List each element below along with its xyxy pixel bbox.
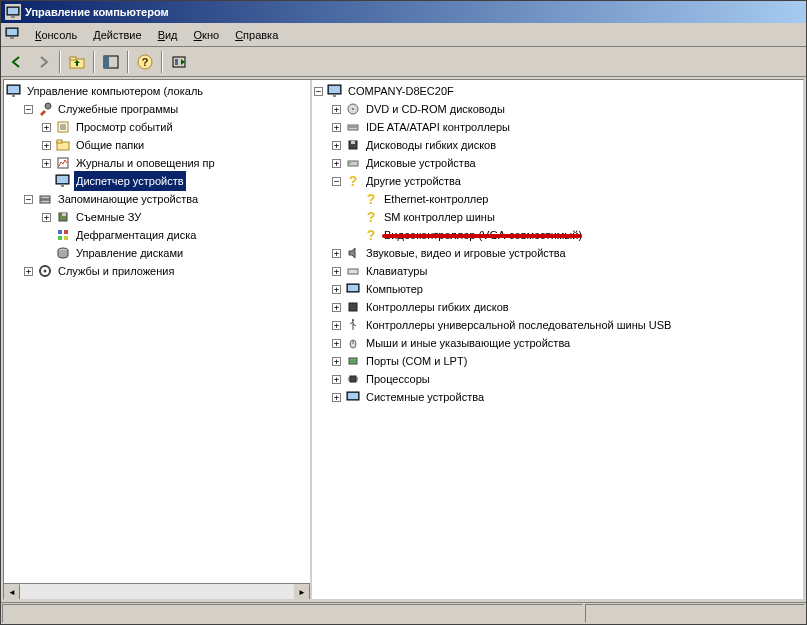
svg-point-31	[42, 201, 43, 202]
ports-label[interactable]: Порты (COM и LPT)	[364, 351, 469, 371]
expander-minus[interactable]: −	[24, 105, 33, 114]
svg-rect-33	[62, 213, 66, 216]
expander-plus[interactable]: +	[42, 159, 51, 168]
content-area: Управление компьютером (локаль − Служебн…	[3, 79, 804, 600]
menu-app-icon[interactable]	[5, 27, 21, 43]
event-viewer-label[interactable]: Просмотр событий	[74, 117, 175, 137]
keyboards-label[interactable]: Клавиатуры	[364, 261, 429, 281]
svg-point-68	[355, 361, 356, 362]
usb-ctrl-label[interactable]: Контроллеры универсальной последовательн…	[364, 315, 673, 335]
expander-minus[interactable]: −	[314, 87, 323, 96]
computer-cat-label[interactable]: Компьютер	[364, 279, 425, 299]
scroll-right-arrow[interactable]: ►	[294, 584, 310, 599]
sm-bus-label[interactable]: SM контроллер шины	[382, 207, 497, 227]
menu-view[interactable]: Вид	[150, 27, 186, 43]
expander-plus[interactable]: +	[332, 141, 341, 150]
expander-plus[interactable]: +	[332, 393, 341, 402]
defrag-label[interactable]: Дефрагментация диска	[74, 225, 198, 245]
scroll-track[interactable]	[20, 584, 294, 599]
expander-plus[interactable]: +	[332, 159, 341, 168]
expander-minus[interactable]: −	[332, 177, 341, 186]
expander-plus[interactable]: +	[332, 105, 341, 114]
services-apps-label[interactable]: Службы и приложения	[56, 261, 176, 281]
help-button[interactable]: ?	[133, 50, 157, 74]
expander-plus[interactable]: +	[332, 123, 341, 132]
expander-plus[interactable]: +	[42, 141, 51, 150]
floppy-ctrl-label[interactable]: Контроллеры гибких дисков	[364, 297, 511, 317]
expander-plus[interactable]: +	[332, 357, 341, 366]
computer-icon	[327, 83, 343, 99]
computer-root-label[interactable]: COMPANY-D8EC20F	[346, 81, 456, 101]
expander-plus[interactable]: +	[24, 267, 33, 276]
expander-plus[interactable]: +	[332, 249, 341, 258]
floppy-drives-label[interactable]: Дисководы гибких дисков	[364, 135, 498, 155]
scroll-left-arrow[interactable]: ◄	[4, 584, 20, 599]
sound-label[interactable]: Звуковые, видео и игровые устройства	[364, 243, 568, 263]
shared-folders-label[interactable]: Общие папки	[74, 135, 146, 155]
svg-rect-53	[351, 141, 355, 144]
properties-button[interactable]	[167, 50, 191, 74]
ports-icon	[345, 353, 361, 369]
shared-folders-icon	[55, 137, 71, 153]
disk-mgmt-label[interactable]: Управление дисками	[74, 243, 185, 263]
expander-plus[interactable]: +	[42, 213, 51, 222]
menu-action[interactable]: Действие	[85, 27, 149, 43]
left-tree: Управление компьютером (локаль − Служебн…	[4, 80, 310, 282]
statusbar	[1, 602, 806, 624]
svg-point-62	[352, 319, 354, 321]
svg-rect-16	[12, 95, 15, 97]
forward-button[interactable]	[31, 50, 55, 74]
back-button[interactable]	[5, 50, 29, 74]
svg-rect-26	[57, 176, 68, 183]
ide-label[interactable]: IDE ATA/ATAPI контроллеры	[364, 117, 512, 137]
expander-plus[interactable]: +	[332, 285, 341, 294]
app-icon	[5, 4, 21, 20]
svg-point-55	[349, 162, 351, 164]
expander-plus[interactable]: +	[332, 267, 341, 276]
expander-plus[interactable]: +	[332, 375, 341, 384]
toolbar: ?	[1, 47, 806, 77]
menu-window[interactable]: Окно	[186, 27, 228, 43]
storage-label[interactable]: Запоминающие устройства	[56, 189, 200, 209]
disk-drives-label[interactable]: Дисковые устройства	[364, 153, 478, 173]
menu-help[interactable]: Справка	[227, 27, 286, 43]
svg-rect-2	[11, 16, 15, 18]
svg-point-17	[45, 103, 51, 109]
menubar: Консоль Действие Вид Окно Справка	[1, 23, 806, 47]
system-devices-label[interactable]: Системные устройства	[364, 387, 486, 407]
svg-rect-13	[175, 59, 178, 65]
expander-none	[42, 249, 51, 258]
processors-label[interactable]: Процессоры	[364, 369, 432, 389]
svg-rect-1	[8, 8, 18, 14]
perf-logs-label[interactable]: Журналы и оповещения пр	[74, 153, 217, 173]
mice-label[interactable]: Мыши и иные указывающие устройства	[364, 333, 572, 353]
titlebar[interactable]: Управление компьютером	[1, 1, 806, 23]
expander-plus[interactable]: +	[332, 339, 341, 348]
svg-rect-5	[10, 37, 14, 39]
expander-plus[interactable]: +	[42, 123, 51, 132]
status-cell-2	[585, 604, 805, 623]
disk-drive-icon	[345, 155, 361, 171]
system-tools-label[interactable]: Служебные программы	[56, 99, 180, 119]
dvd-label[interactable]: DVD и CD-ROM дисководы	[364, 99, 507, 119]
up-button[interactable]	[65, 50, 89, 74]
cpu-icon	[345, 371, 361, 387]
expander-plus[interactable]: +	[332, 321, 341, 330]
mouse-icon	[345, 335, 361, 351]
menu-console[interactable]: Консоль	[27, 27, 85, 43]
ethernet-label[interactable]: Ethernet-контроллер	[382, 189, 490, 209]
device-manager-label[interactable]: Диспетчер устройств	[74, 171, 186, 191]
removable-storage-label[interactable]: Съемные ЗУ	[74, 207, 143, 227]
expander-none	[42, 231, 51, 240]
other-devices-label[interactable]: Другие устройства	[364, 171, 463, 191]
show-hide-tree-button[interactable]	[99, 50, 123, 74]
expander-plus[interactable]: +	[332, 303, 341, 312]
svg-point-40	[44, 270, 47, 273]
expander-none	[42, 177, 51, 186]
usb-icon	[345, 317, 361, 333]
tree-root-label[interactable]: Управление компьютером (локаль	[25, 81, 205, 101]
left-scrollbar-h[interactable]: ◄ ►	[4, 583, 310, 599]
perf-logs-icon	[55, 155, 71, 171]
expander-minus[interactable]: −	[24, 195, 33, 204]
toolbar-sep	[93, 51, 95, 73]
